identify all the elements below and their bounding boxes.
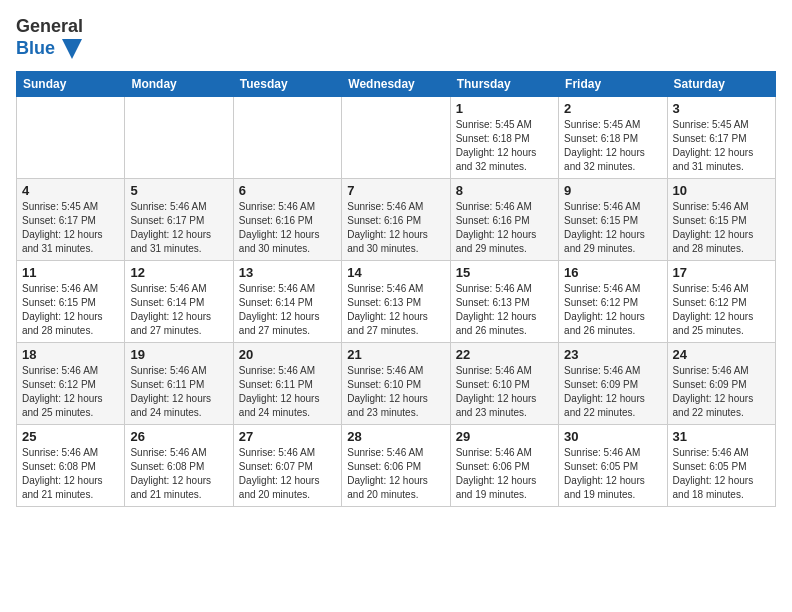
day-info: Sunrise: 5:46 AM Sunset: 6:07 PM Dayligh… <box>239 446 336 502</box>
day-number: 14 <box>347 265 444 280</box>
day-number: 4 <box>22 183 119 198</box>
logo: GeneralBlue <box>16 16 83 59</box>
calendar-cell: 25Sunrise: 5:46 AM Sunset: 6:08 PM Dayli… <box>17 425 125 507</box>
week-row-4: 18Sunrise: 5:46 AM Sunset: 6:12 PM Dayli… <box>17 343 776 425</box>
week-row-1: 1Sunrise: 5:45 AM Sunset: 6:18 PM Daylig… <box>17 97 776 179</box>
calendar-body: 1Sunrise: 5:45 AM Sunset: 6:18 PM Daylig… <box>17 97 776 507</box>
calendar-cell: 11Sunrise: 5:46 AM Sunset: 6:15 PM Dayli… <box>17 261 125 343</box>
calendar-cell: 30Sunrise: 5:46 AM Sunset: 6:05 PM Dayli… <box>559 425 667 507</box>
calendar-cell: 1Sunrise: 5:45 AM Sunset: 6:18 PM Daylig… <box>450 97 558 179</box>
header-cell-monday: Monday <box>125 72 233 97</box>
day-number: 22 <box>456 347 553 362</box>
day-number: 21 <box>347 347 444 362</box>
day-number: 10 <box>673 183 770 198</box>
day-info: Sunrise: 5:46 AM Sunset: 6:17 PM Dayligh… <box>130 200 227 256</box>
day-info: Sunrise: 5:46 AM Sunset: 6:16 PM Dayligh… <box>347 200 444 256</box>
day-info: Sunrise: 5:46 AM Sunset: 6:08 PM Dayligh… <box>22 446 119 502</box>
calendar-cell: 14Sunrise: 5:46 AM Sunset: 6:13 PM Dayli… <box>342 261 450 343</box>
calendar-cell: 6Sunrise: 5:46 AM Sunset: 6:16 PM Daylig… <box>233 179 341 261</box>
day-number: 2 <box>564 101 661 116</box>
day-info: Sunrise: 5:46 AM Sunset: 6:08 PM Dayligh… <box>130 446 227 502</box>
day-info: Sunrise: 5:46 AM Sunset: 6:16 PM Dayligh… <box>239 200 336 256</box>
calendar-cell: 7Sunrise: 5:46 AM Sunset: 6:16 PM Daylig… <box>342 179 450 261</box>
calendar-cell: 19Sunrise: 5:46 AM Sunset: 6:11 PM Dayli… <box>125 343 233 425</box>
day-number: 13 <box>239 265 336 280</box>
day-info: Sunrise: 5:46 AM Sunset: 6:05 PM Dayligh… <box>673 446 770 502</box>
calendar-cell <box>342 97 450 179</box>
calendar-cell: 23Sunrise: 5:46 AM Sunset: 6:09 PM Dayli… <box>559 343 667 425</box>
day-number: 28 <box>347 429 444 444</box>
day-number: 18 <box>22 347 119 362</box>
page-header: GeneralBlue <box>16 16 776 59</box>
day-info: Sunrise: 5:46 AM Sunset: 6:14 PM Dayligh… <box>239 282 336 338</box>
day-number: 26 <box>130 429 227 444</box>
calendar-cell: 16Sunrise: 5:46 AM Sunset: 6:12 PM Dayli… <box>559 261 667 343</box>
day-number: 3 <box>673 101 770 116</box>
day-number: 31 <box>673 429 770 444</box>
calendar-table: SundayMondayTuesdayWednesdayThursdayFrid… <box>16 71 776 507</box>
day-number: 16 <box>564 265 661 280</box>
calendar-cell: 5Sunrise: 5:46 AM Sunset: 6:17 PM Daylig… <box>125 179 233 261</box>
day-info: Sunrise: 5:46 AM Sunset: 6:12 PM Dayligh… <box>564 282 661 338</box>
day-number: 23 <box>564 347 661 362</box>
calendar-cell <box>125 97 233 179</box>
week-row-5: 25Sunrise: 5:46 AM Sunset: 6:08 PM Dayli… <box>17 425 776 507</box>
calendar-cell: 27Sunrise: 5:46 AM Sunset: 6:07 PM Dayli… <box>233 425 341 507</box>
calendar-cell: 13Sunrise: 5:46 AM Sunset: 6:14 PM Dayli… <box>233 261 341 343</box>
day-info: Sunrise: 5:46 AM Sunset: 6:05 PM Dayligh… <box>564 446 661 502</box>
day-info: Sunrise: 5:45 AM Sunset: 6:18 PM Dayligh… <box>456 118 553 174</box>
day-number: 12 <box>130 265 227 280</box>
calendar-cell: 29Sunrise: 5:46 AM Sunset: 6:06 PM Dayli… <box>450 425 558 507</box>
day-number: 8 <box>456 183 553 198</box>
calendar-header: SundayMondayTuesdayWednesdayThursdayFrid… <box>17 72 776 97</box>
calendar-cell: 4Sunrise: 5:45 AM Sunset: 6:17 PM Daylig… <box>17 179 125 261</box>
calendar-cell: 15Sunrise: 5:46 AM Sunset: 6:13 PM Dayli… <box>450 261 558 343</box>
calendar-cell: 2Sunrise: 5:45 AM Sunset: 6:18 PM Daylig… <box>559 97 667 179</box>
day-number: 6 <box>239 183 336 198</box>
day-info: Sunrise: 5:46 AM Sunset: 6:14 PM Dayligh… <box>130 282 227 338</box>
day-number: 1 <box>456 101 553 116</box>
week-row-2: 4Sunrise: 5:45 AM Sunset: 6:17 PM Daylig… <box>17 179 776 261</box>
calendar-cell: 3Sunrise: 5:45 AM Sunset: 6:17 PM Daylig… <box>667 97 775 179</box>
day-number: 7 <box>347 183 444 198</box>
header-cell-saturday: Saturday <box>667 72 775 97</box>
calendar-cell: 17Sunrise: 5:46 AM Sunset: 6:12 PM Dayli… <box>667 261 775 343</box>
day-info: Sunrise: 5:45 AM Sunset: 6:17 PM Dayligh… <box>22 200 119 256</box>
day-info: Sunrise: 5:46 AM Sunset: 6:13 PM Dayligh… <box>347 282 444 338</box>
day-info: Sunrise: 5:46 AM Sunset: 6:09 PM Dayligh… <box>564 364 661 420</box>
calendar-cell: 28Sunrise: 5:46 AM Sunset: 6:06 PM Dayli… <box>342 425 450 507</box>
day-info: Sunrise: 5:46 AM Sunset: 6:06 PM Dayligh… <box>347 446 444 502</box>
calendar-cell: 26Sunrise: 5:46 AM Sunset: 6:08 PM Dayli… <box>125 425 233 507</box>
calendar-cell <box>17 97 125 179</box>
day-info: Sunrise: 5:46 AM Sunset: 6:06 PM Dayligh… <box>456 446 553 502</box>
calendar-cell: 21Sunrise: 5:46 AM Sunset: 6:10 PM Dayli… <box>342 343 450 425</box>
day-number: 25 <box>22 429 119 444</box>
calendar-cell: 10Sunrise: 5:46 AM Sunset: 6:15 PM Dayli… <box>667 179 775 261</box>
logo-wordmark: GeneralBlue <box>16 16 83 59</box>
day-info: Sunrise: 5:46 AM Sunset: 6:16 PM Dayligh… <box>456 200 553 256</box>
calendar-cell: 20Sunrise: 5:46 AM Sunset: 6:11 PM Dayli… <box>233 343 341 425</box>
day-info: Sunrise: 5:46 AM Sunset: 6:09 PM Dayligh… <box>673 364 770 420</box>
header-cell-thursday: Thursday <box>450 72 558 97</box>
calendar-cell: 12Sunrise: 5:46 AM Sunset: 6:14 PM Dayli… <box>125 261 233 343</box>
header-cell-tuesday: Tuesday <box>233 72 341 97</box>
day-number: 30 <box>564 429 661 444</box>
day-number: 19 <box>130 347 227 362</box>
day-info: Sunrise: 5:46 AM Sunset: 6:15 PM Dayligh… <box>564 200 661 256</box>
calendar-cell <box>233 97 341 179</box>
calendar-cell: 18Sunrise: 5:46 AM Sunset: 6:12 PM Dayli… <box>17 343 125 425</box>
calendar-cell: 31Sunrise: 5:46 AM Sunset: 6:05 PM Dayli… <box>667 425 775 507</box>
header-cell-friday: Friday <box>559 72 667 97</box>
week-row-3: 11Sunrise: 5:46 AM Sunset: 6:15 PM Dayli… <box>17 261 776 343</box>
day-number: 27 <box>239 429 336 444</box>
day-info: Sunrise: 5:46 AM Sunset: 6:10 PM Dayligh… <box>456 364 553 420</box>
day-number: 5 <box>130 183 227 198</box>
day-info: Sunrise: 5:46 AM Sunset: 6:12 PM Dayligh… <box>673 282 770 338</box>
day-number: 20 <box>239 347 336 362</box>
day-info: Sunrise: 5:46 AM Sunset: 6:13 PM Dayligh… <box>456 282 553 338</box>
header-row: SundayMondayTuesdayWednesdayThursdayFrid… <box>17 72 776 97</box>
day-number: 9 <box>564 183 661 198</box>
day-number: 29 <box>456 429 553 444</box>
day-info: Sunrise: 5:45 AM Sunset: 6:18 PM Dayligh… <box>564 118 661 174</box>
calendar-cell: 24Sunrise: 5:46 AM Sunset: 6:09 PM Dayli… <box>667 343 775 425</box>
